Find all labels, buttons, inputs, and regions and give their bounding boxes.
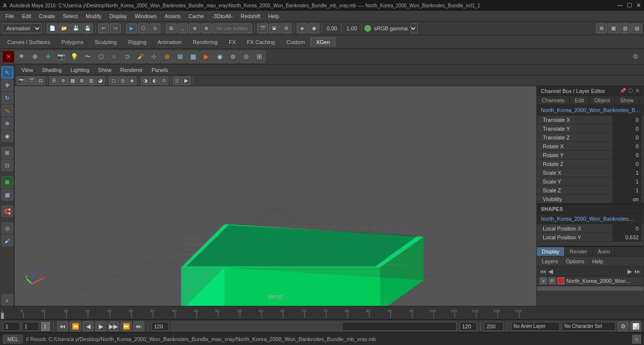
vp-menu-lighting[interactable]: Lighting [67, 66, 93, 74]
shelf-tab-curves[interactable]: Curves / Surfaces [2, 37, 55, 47]
save-scene-button[interactable]: 💾 [82, 23, 93, 33]
shelf-icon-xgen2[interactable]: ◉ [213, 50, 226, 63]
maximize-button[interactable]: ☐ [627, 2, 632, 9]
anim-settings-btn[interactable]: 📊 [630, 322, 641, 331]
soft-select-button[interactable]: ◉ [1, 130, 13, 142]
layer-nav-last[interactable]: ⏭ [634, 268, 641, 275]
show-manipulator-button[interactable]: ⊠ [1, 147, 13, 159]
layer-visibility-btn[interactable]: V [540, 277, 547, 284]
shelf-tab-polygons[interactable]: Polygons [56, 37, 89, 47]
mode-dropdown[interactable]: Animation Modeling Rigging FX Rendering [2, 23, 42, 33]
vp-menu-shading[interactable]: Shading [38, 66, 66, 74]
layer-nav-next[interactable]: ▶ [627, 268, 632, 275]
cb-tab-object[interactable]: Object [589, 96, 615, 105]
shelf-icon-polygon[interactable]: ⬡ [94, 50, 107, 63]
playback-settings-btn[interactable]: ⚙ [618, 322, 628, 331]
play-button[interactable]: ▶ [95, 322, 106, 331]
shelf-icon-light[interactable]: 💡 [68, 50, 81, 63]
menu-modify[interactable]: Modify [82, 12, 105, 20]
layer-nav-prev[interactable]: ◀ [548, 268, 553, 275]
vp-menu-renderer[interactable]: Renderer [116, 66, 147, 74]
layout-btn-2[interactable]: ▦ [608, 23, 619, 33]
menu-3dtoall[interactable]: -3DtoAll- [208, 12, 236, 20]
menu-edit[interactable]: Edit [19, 12, 35, 20]
minimize-button[interactable]: — [617, 2, 623, 9]
vp-subdiv-btn[interactable]: ◈ [128, 76, 136, 85]
cb-close-icon[interactable]: ✕ [635, 88, 640, 94]
go-to-end-button[interactable]: ⏭ [133, 322, 144, 331]
gamma-dropdown[interactable] [411, 23, 418, 33]
shelf-icon-deform[interactable]: ⊃ [121, 50, 133, 63]
layer-tab-anim[interactable]: Anim [593, 247, 615, 256]
vp-smooth-btn[interactable]: ◎ [118, 76, 127, 85]
next-frame-button[interactable]: ▶▶ [108, 322, 119, 331]
cb-tab-show[interactable]: Show [615, 96, 639, 105]
shelf-icon-xgen4[interactable]: ⊝ [240, 50, 252, 63]
shelf-icon-constraint[interactable]: ⊠ [174, 50, 186, 63]
move-tool-button[interactable]: ✥ [1, 79, 13, 91]
select-by-obj-button[interactable]: ▶ [126, 23, 137, 33]
shelf-icon-skeleton[interactable]: ⊛ [160, 50, 173, 63]
paint-select-button[interactable]: ⊙ [150, 23, 160, 33]
channel-visibility[interactable]: Visibility on [537, 195, 644, 204]
vp-menu-view[interactable]: View [18, 66, 37, 74]
layer-menu-help[interactable]: Help [589, 257, 606, 265]
shelf-icon-xgen1[interactable]: ▶ [200, 50, 213, 63]
new-file-button[interactable]: 📄 [47, 23, 58, 33]
redo-button[interactable]: ↪ [110, 23, 121, 33]
vp-menu-panels[interactable]: Panels [148, 66, 172, 74]
snap-grid-button[interactable]: ⊞ [166, 23, 177, 33]
shelf-icon-eye[interactable]: 👁 [15, 50, 28, 63]
menu-create[interactable]: Create [36, 12, 59, 20]
cb-tab-edit[interactable]: Edit [570, 96, 589, 105]
script-editor-btn[interactable]: ⍟ [632, 335, 641, 344]
vp-grid-btn[interactable]: ⊞ [77, 76, 86, 85]
undo-button[interactable]: ↩ [98, 23, 109, 33]
layout-btn-1[interactable]: ⊞ [596, 23, 607, 33]
show-hypershade-button[interactable]: ◈ [297, 23, 308, 33]
close-button[interactable]: ✕ [636, 2, 641, 9]
shelf-tab-sculpting[interactable]: Sculpting [89, 37, 122, 47]
step-forward-button[interactable]: ⏩ [121, 322, 132, 331]
menu-redshift[interactable]: Redshift [237, 12, 264, 20]
rotate-tool-button[interactable]: ↻ [1, 92, 13, 104]
ipr-render-button[interactable]: 📽 [269, 23, 280, 33]
vp-lighting-mode-btn[interactable]: ◕ [96, 76, 105, 85]
snap-view-button[interactable]: ⊗ [201, 23, 212, 33]
vp-camera-btn[interactable]: 📷 [17, 76, 26, 85]
range-max-field[interactable] [484, 322, 504, 331]
shelf-icon-spline[interactable]: 〜 [81, 50, 94, 63]
lasso-select-button[interactable]: ⬡ [138, 23, 149, 33]
vp-playback-btn[interactable]: ▶ [182, 76, 191, 85]
shelf-icon-select[interactable]: ⊕ [28, 50, 41, 63]
layer-playback-btn[interactable]: P [549, 277, 555, 284]
vp-xray-btn[interactable]: ⊙ [159, 76, 168, 85]
range-end-field[interactable] [152, 322, 169, 331]
channel-translate-z[interactable]: Translate Z 0 [537, 133, 644, 142]
shelf-icon-xgen5[interactable]: ⊞ [253, 50, 266, 63]
scale-tool-button[interactable]: ⤡ [1, 105, 13, 116]
channel-rotate-y[interactable]: Rotate Y 0 [537, 151, 644, 160]
layer-menu-options[interactable]: Options [563, 257, 587, 265]
channel-scale-y[interactable]: Scale Y 1 [537, 177, 644, 186]
axis-indicator-btn[interactable]: ▲ [1, 294, 13, 306]
vp-select-mask-btn[interactable]: ☰ [49, 76, 58, 85]
vp-film-btn[interactable]: 🎬 [27, 76, 36, 85]
layout-btn-3[interactable]: ▥ [620, 23, 630, 33]
timeline[interactable]: 1 5 10 15 20 25 30 35 40 [0, 306, 644, 320]
menu-select[interactable]: Select [60, 12, 82, 20]
menu-windows[interactable]: Windows [132, 12, 160, 20]
shelf-tab-fx[interactable]: FX [223, 37, 241, 47]
channel-translate-y[interactable]: Translate Y 0 [537, 124, 644, 133]
xray-button[interactable]: ◎ [1, 222, 13, 234]
shelf-icon-nurbs[interactable]: ○ [108, 50, 120, 63]
vp-wireframe-btn[interactable]: ◻ [109, 76, 118, 85]
menu-display[interactable]: Display [106, 12, 131, 20]
layout-btn-4[interactable]: ▤ [631, 23, 642, 33]
shelf-icon-cancel[interactable]: ✕ [2, 50, 15, 63]
viewport-canvas[interactable]: persp X Y Z [15, 86, 536, 306]
shelf-icon-layer[interactable]: ▦ [187, 50, 200, 63]
four-view-button[interactable]: ▦ [1, 189, 13, 201]
snap-live-button[interactable]: No Live Surface [213, 23, 252, 33]
vp-resolution-btn[interactable]: ▦ [68, 76, 77, 85]
